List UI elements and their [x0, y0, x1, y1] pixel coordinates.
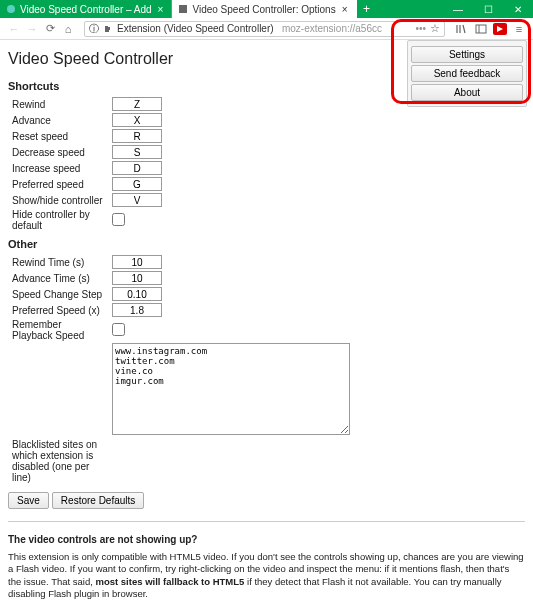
close-window-button[interactable]: ✕ — [503, 0, 533, 18]
svg-point-0 — [7, 5, 15, 13]
preferred-key-input[interactable] — [112, 177, 162, 191]
tab-favicon — [6, 4, 16, 14]
close-icon[interactable]: × — [156, 4, 166, 15]
settings-button[interactable]: Settings — [411, 46, 523, 63]
rewind-time-input[interactable] — [112, 255, 162, 269]
decrease-key-input[interactable] — [112, 145, 162, 159]
increase-key-input[interactable] — [112, 161, 162, 175]
browser-toolbar: ← → ⟳ ⌂ ⓘ Extension (Video Speed Control… — [0, 18, 533, 40]
advance-label: Advance — [8, 112, 108, 128]
bookmark-star-icon[interactable]: ☆ — [430, 22, 440, 35]
forward-button[interactable]: → — [24, 21, 40, 37]
page-content: Video Speed Controller Shortcuts Rewind … — [0, 40, 533, 600]
remember-checkbox[interactable] — [112, 323, 125, 336]
extension-badge-icon[interactable] — [493, 23, 507, 35]
maximize-button[interactable]: ☐ — [473, 0, 503, 18]
close-icon[interactable]: × — [340, 4, 350, 15]
more-icon[interactable]: ••• — [415, 23, 426, 34]
pref-speed-label: Preferred Speed (x) — [8, 302, 108, 318]
section-other-heading: Other — [8, 238, 525, 250]
menu-button[interactable]: ≡ — [511, 21, 527, 37]
browser-tab-2[interactable]: Video Speed Controller: Options × — [172, 0, 356, 18]
help-text: This extension is only compatible with H… — [8, 551, 525, 600]
svg-marker-4 — [497, 26, 503, 32]
reset-key-input[interactable] — [112, 129, 162, 143]
home-button[interactable]: ⌂ — [60, 21, 76, 37]
window-controls: — ☐ ✕ — [443, 0, 533, 18]
showhide-label: Show/hide controller — [8, 192, 108, 208]
extension-icon — [103, 24, 113, 34]
increase-label: Increase speed — [8, 160, 108, 176]
rewind-time-label: Rewind Time (s) — [8, 254, 108, 270]
library-icon[interactable] — [453, 21, 469, 37]
step-label: Speed Change Step — [8, 286, 108, 302]
advance-time-label: Advance Time (s) — [8, 270, 108, 286]
reset-label: Reset speed — [8, 128, 108, 144]
tab-title: Video Speed Controller: Options — [192, 4, 335, 15]
blacklist-label: Blacklisted sites on which extension is … — [8, 438, 108, 484]
rewind-label: Rewind — [8, 96, 108, 112]
reload-button[interactable]: ⟳ — [42, 21, 58, 37]
restore-defaults-button[interactable]: Restore Defaults — [52, 492, 144, 509]
info-icon[interactable]: ⓘ — [89, 22, 99, 36]
advance-key-input[interactable] — [112, 113, 162, 127]
svg-rect-2 — [476, 25, 486, 33]
remember-label: Remember Playback Speed — [8, 318, 108, 342]
browser-titlebar: Video Speed Controller – Add × Video Spe… — [0, 0, 533, 18]
save-button[interactable]: Save — [8, 492, 49, 509]
send-feedback-button[interactable]: Send feedback — [411, 65, 523, 82]
extension-popup: Settings Send feedback About — [407, 40, 527, 107]
hide-default-checkbox[interactable] — [112, 213, 125, 226]
advance-time-input[interactable] — [112, 271, 162, 285]
tab-title: Video Speed Controller – Add — [20, 4, 152, 15]
browser-tab-1[interactable]: Video Speed Controller – Add × — [0, 0, 172, 18]
new-tab-button[interactable]: + — [357, 0, 377, 18]
showhide-key-input[interactable] — [112, 193, 162, 207]
pref-speed-input[interactable] — [112, 303, 162, 317]
hide-default-label: Hide controller by default — [8, 208, 108, 232]
rewind-key-input[interactable] — [112, 97, 162, 111]
tab-favicon — [178, 4, 188, 14]
svg-rect-1 — [179, 5, 187, 13]
divider — [8, 521, 525, 522]
blacklist-textarea[interactable]: www.instagram.com twitter.com vine.co im… — [112, 343, 350, 435]
preferred-label: Preferred speed — [8, 176, 108, 192]
step-input[interactable] — [112, 287, 162, 301]
minimize-button[interactable]: — — [443, 0, 473, 18]
about-button[interactable]: About — [411, 84, 523, 101]
decrease-label: Decrease speed — [8, 144, 108, 160]
help-title: The video controls are not showing up? — [8, 534, 525, 545]
url-bar[interactable]: ⓘ Extension (Video Speed Controller) moz… — [84, 21, 445, 37]
url-text: Extension (Video Speed Controller) moz-e… — [117, 23, 411, 34]
back-button[interactable]: ← — [6, 21, 22, 37]
sidebar-icon[interactable] — [473, 21, 489, 37]
